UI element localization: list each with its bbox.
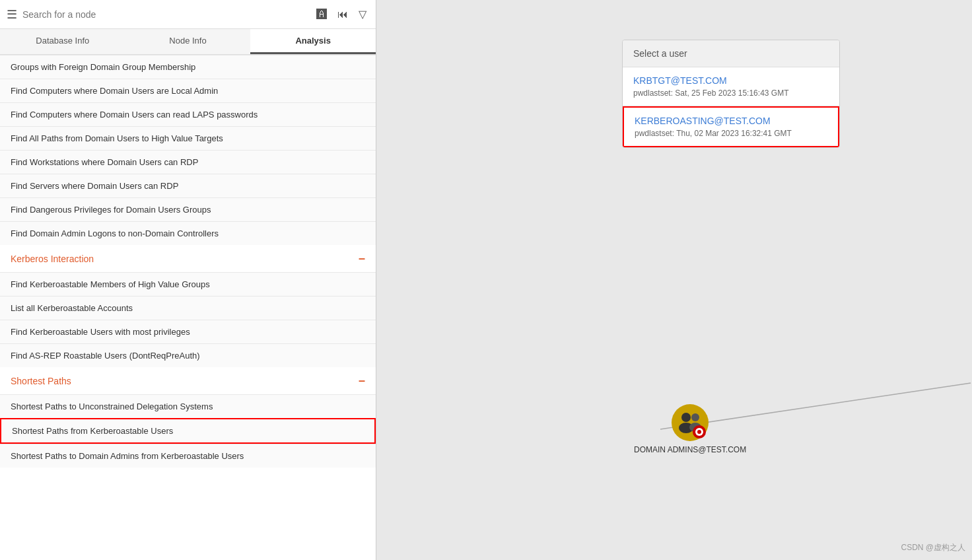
section-header-kerberos: Kerberos Interaction – — [0, 245, 376, 272]
main-content: DOMAIN ADMINS@TEST.COM Select a user KRB… — [376, 0, 972, 560]
kerberos-toggle[interactable]: – — [359, 252, 365, 265]
shortest-paths-section-label: Shortest Paths — [11, 376, 71, 386]
list-item-rdp-workstations[interactable]: Find Workstations where Domain Users can… — [0, 150, 376, 174]
kerberos-section-label: Kerberos Interaction — [11, 254, 94, 264]
list-item-domain-admin-logons[interactable]: Find Domain Admin Logons to non-Domain C… — [0, 221, 376, 245]
node-label: DOMAIN ADMINS@TEST.COM — [634, 445, 746, 454]
tab-bar: Database Info Node Info Analysis — [0, 29, 376, 55]
svg-point-2 — [681, 413, 691, 422]
hamburger-icon[interactable]: ☰ — [7, 7, 17, 22]
bloodhound-icon[interactable]: 🅰 — [314, 7, 330, 22]
tab-node-info[interactable]: Node Info — [125, 29, 251, 54]
list-item-foreign-group[interactable]: Groups with Foreign Domain Group Members… — [0, 55, 376, 79]
watermark: CSDN @虚构之人 — [901, 542, 965, 553]
list-item-unconstrained-delegation[interactable]: Shortest Paths to Unconstrained Delegati… — [0, 394, 376, 418]
list-item-high-value[interactable]: Find All Paths from Domain Users to High… — [0, 126, 376, 150]
list-item-kerberoastable-privileges[interactable]: Find Kerberoastable Users with most priv… — [0, 320, 376, 343]
sidebar-content: Groups with Foreign Domain Group Members… — [0, 55, 376, 560]
list-item-dangerous-privileges[interactable]: Find Dangerous Privileges for Domain Use… — [0, 197, 376, 221]
search-input[interactable] — [22, 9, 308, 20]
tab-analysis[interactable]: Analysis — [250, 29, 376, 54]
graph-node-domain-admins[interactable]: DOMAIN ADMINS@TEST.COM — [634, 404, 746, 454]
user-name-kerberoasting: KERBEROASTING@TEST.COM — [635, 116, 827, 126]
user-name-krbtgt: KRBTGT@TEST.COM — [633, 75, 829, 86]
sidebar: ☰ 🅰 ⏮ ▽ Database Info Node Info Analysis… — [0, 0, 376, 560]
select-user-header: Select a user — [623, 40, 839, 67]
svg-point-4 — [691, 413, 699, 421]
node-icon — [672, 404, 709, 441]
list-item-local-admin[interactable]: Find Computers where Domain Users are Lo… — [0, 79, 376, 102]
list-item-domain-admins-kerberoastable[interactable]: Shortest Paths to Domain Admins from Ker… — [0, 444, 376, 468]
list-item-kerberoastable-users[interactable]: Shortest Paths from Kerberoastable Users — [0, 418, 376, 444]
filter-icon[interactable]: ▽ — [356, 7, 369, 22]
tab-database-info[interactable]: Database Info — [0, 29, 125, 54]
list-item-kerberoastable-high-value[interactable]: Find Kerberoastable Members of High Valu… — [0, 272, 376, 296]
list-item-laps[interactable]: Find Computers where Domain Users can re… — [0, 102, 376, 126]
select-user-panel: Select a user KRBTGT@TEST.COM pwdlastset… — [622, 40, 840, 148]
back-icon[interactable]: ⏮ — [335, 7, 351, 22]
list-item-kerberoastable-accounts[interactable]: List all Kerberoastable Accounts — [0, 296, 376, 320]
shortest-paths-toggle[interactable]: – — [359, 374, 365, 388]
user-meta-krbtgt: pwdlastset: Sat, 25 Feb 2023 15:16:43 GM… — [633, 88, 829, 98]
search-bar: ☰ 🅰 ⏮ ▽ — [0, 0, 376, 29]
user-meta-kerberoasting: pwdlastset: Thu, 02 Mar 2023 16:32:41 GM… — [635, 129, 827, 138]
list-item-rdp-servers[interactable]: Find Servers where Domain Users can RDP — [0, 174, 376, 197]
svg-point-8 — [697, 430, 701, 434]
list-item-asrep-roastable[interactable]: Find AS-REP Roastable Users (DontReqPreA… — [0, 343, 376, 367]
user-item-krbtgt[interactable]: KRBTGT@TEST.COM pwdlastset: Sat, 25 Feb … — [623, 67, 839, 106]
user-item-kerberoasting[interactable]: KERBEROASTING@TEST.COM pwdlastset: Thu, … — [623, 106, 839, 147]
section-header-shortest-paths: Shortest Paths – — [0, 367, 376, 394]
